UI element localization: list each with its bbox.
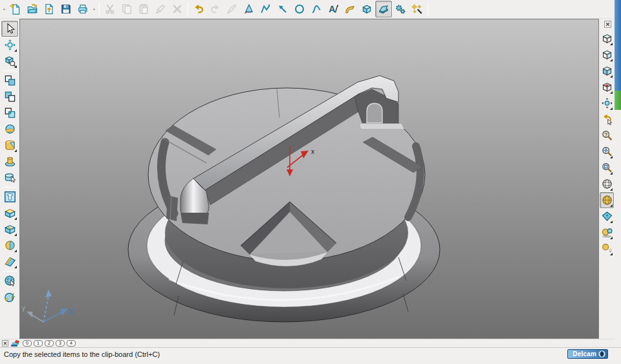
toolbar-separator (99, 2, 100, 16)
solid-feature-icon (378, 3, 389, 15)
iso-view-shaded-button[interactable] (600, 63, 614, 79)
delete-button (169, 1, 186, 17)
open-model-button[interactable] (24, 1, 41, 17)
slot-feature-button[interactable] (1, 221, 18, 237)
shaded-cube-icon (601, 65, 613, 77)
wireframe-view-button[interactable] (600, 176, 614, 192)
open-model-icon (27, 3, 38, 15)
toolbar-separator (428, 2, 428, 16)
render-scene-button[interactable] (1, 289, 18, 305)
save-model-button[interactable] (58, 1, 74, 17)
lighting-button[interactable] (600, 241, 614, 257)
surface-tool-button[interactable] (241, 1, 257, 17)
workplane-view-button[interactable] (600, 208, 614, 224)
intersect-solids-icon (4, 74, 16, 87)
wireframe-globe-icon (601, 178, 613, 190)
blend-feature-button[interactable] (1, 237, 18, 253)
view-from-top-button[interactable] (600, 79, 614, 95)
pick-solid-button[interactable] (1, 169, 18, 186)
feature-gears-button[interactable] (392, 1, 409, 17)
level-button-0[interactable]: 0 (23, 340, 32, 347)
sketch-button (224, 1, 241, 17)
slot-feature-icon (4, 223, 16, 235)
print-button[interactable] (74, 1, 91, 17)
toolbar-grip[interactable] (3, 8, 5, 10)
hole-feature-button[interactable] (1, 189, 18, 205)
iso-view-wire-button[interactable] (600, 30, 614, 47)
sketch-pen-icon (226, 3, 238, 15)
model-viewport-drawing: x X Y (20, 19, 598, 338)
window-border-blue (615, 0, 621, 91)
boolean-subtract-button[interactable] (1, 89, 18, 105)
delcam-logo: Delcam (567, 349, 608, 359)
surface-cone-icon (243, 3, 255, 15)
pick-scene-button[interactable] (1, 273, 18, 289)
polyline-tool-button[interactable] (257, 1, 274, 17)
bottom-strip (0, 360, 621, 364)
levels-toolbar: 0 1 2 3 4 (0, 339, 615, 347)
solid-feature-button[interactable] (375, 1, 392, 17)
tools-toolbar (0, 19, 19, 339)
toolbar-separator (3, 271, 17, 272)
block-feature-button[interactable] (1, 205, 18, 221)
shaded-view-button[interactable] (600, 192, 614, 208)
levels-icon (10, 340, 21, 347)
boolean-union-button[interactable] (1, 105, 18, 121)
render-globe-icon (4, 291, 16, 303)
wizard-tool-button[interactable] (409, 1, 426, 17)
zoom-box-button[interactable] (600, 160, 614, 176)
level-button-2[interactable]: 2 (45, 340, 54, 347)
arrow-tool-button[interactable] (274, 1, 291, 17)
zoom-full-button[interactable] (600, 144, 614, 160)
undo-button[interactable] (190, 1, 207, 17)
wedge-surface-button[interactable] (1, 253, 18, 270)
solid-cut-button[interactable] (1, 137, 18, 153)
union-solids-icon (4, 107, 16, 119)
iso-view-semi-button[interactable] (600, 47, 614, 63)
model-viewport[interactable]: x X Y (19, 19, 599, 339)
text-tool-button[interactable]: A (325, 1, 342, 17)
undo-view-button[interactable] (600, 111, 614, 127)
semi-cube-icon (601, 48, 613, 61)
views-toolbar-close-button[interactable] (604, 21, 611, 28)
circle-tool-button[interactable] (291, 1, 308, 17)
triad-y-label: Y (21, 306, 26, 313)
solid-boss-button[interactable] (1, 153, 18, 169)
render-quality-button[interactable] (600, 224, 614, 241)
zoom-previous-button[interactable] (600, 127, 614, 144)
toolbar-separator (188, 2, 188, 16)
solid-box-button[interactable] (358, 1, 375, 17)
new-model-button[interactable] (7, 1, 24, 17)
level-button-3[interactable]: 3 (56, 340, 65, 347)
split-sphere-icon (4, 123, 16, 135)
import-file-button[interactable] (41, 1, 58, 17)
gears-icon (395, 3, 406, 15)
pan-view-button[interactable] (600, 95, 614, 111)
swept-surface-button[interactable] (342, 1, 358, 17)
svg-text:A: A (329, 4, 335, 14)
level-button-4[interactable]: 4 (67, 340, 76, 347)
dynamic-view-button[interactable] (1, 37, 18, 53)
copy-button (118, 1, 135, 17)
cad-application-window: A (0, 0, 621, 364)
shaded-globe-icon (601, 194, 613, 206)
levels-close-button[interactable] (2, 340, 8, 347)
magic-wand-icon (411, 3, 423, 15)
boolean-intersect-button[interactable] (1, 72, 18, 89)
toolbar-grip[interactable] (93, 8, 95, 10)
arrow-tool-icon (277, 3, 289, 15)
render-spheres-icon (601, 226, 613, 239)
zoom-previous-icon (601, 129, 613, 142)
toolbar-separator (3, 70, 17, 71)
zoom-solid-button[interactable] (1, 53, 18, 69)
split-solid-button[interactable] (1, 121, 18, 137)
select-tool-button[interactable] (1, 21, 18, 37)
subtract-solids-icon (4, 91, 16, 103)
desktop-peek-green (615, 91, 621, 110)
paste-icon (138, 3, 149, 15)
block-feature-icon (4, 207, 16, 219)
curve-tool-button[interactable] (308, 1, 325, 17)
wedge-surface-icon (4, 255, 16, 268)
level-button-1[interactable]: 1 (34, 340, 43, 347)
curve-tool-icon (310, 3, 322, 15)
